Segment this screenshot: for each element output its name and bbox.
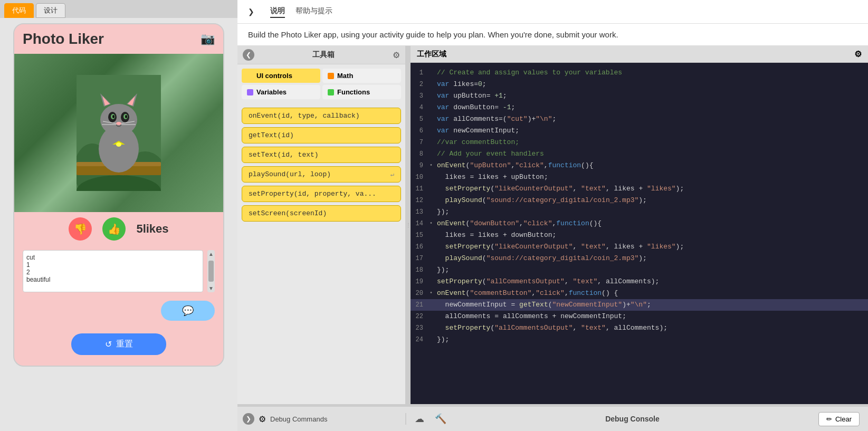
resize-handle[interactable]: ⋮ <box>406 46 411 404</box>
code-line-5: 5 var allComments=("cut")+"\n"; <box>411 113 868 125</box>
category-functions-label: Functions <box>337 88 370 96</box>
debug-console-label: Debug Console <box>605 415 660 423</box>
scroll-thumb[interactable] <box>208 261 214 282</box>
clear-button[interactable]: ✏ Clear <box>818 412 860 426</box>
comment-line: 2 <box>26 269 199 276</box>
tab-bar: 代码 设计 <box>0 0 237 18</box>
category-math[interactable]: Math <box>322 69 401 83</box>
toolbox-title: 工具箱 <box>312 50 335 60</box>
svg-point-16 <box>112 115 115 118</box>
clear-icon: ✏ <box>826 415 832 423</box>
code-line-17: 17 playSound("sound://category_digital/c… <box>411 253 868 264</box>
phone-image <box>14 54 223 212</box>
code-line-9: 9 • onEvent("upButton","click",function(… <box>411 160 868 171</box>
block-settext[interactable]: setText(id, text) <box>242 147 401 163</box>
code-line-13: 13 }); <box>411 206 868 218</box>
comment-line: 1 <box>26 261 199 269</box>
reset-area: ↺ 重置 <box>14 325 223 366</box>
code-line-16: 16 setProperty("likeCounterOutput", "tex… <box>411 241 868 253</box>
instruction-text: Build the Photo Liker app, using your ac… <box>237 24 868 46</box>
toolbox-nav: ❮ <box>243 49 254 61</box>
block-setproperty[interactable]: setProperty(id, property, va... <box>242 186 401 202</box>
code-editor[interactable]: 1 // Create and assign values to your va… <box>411 63 868 404</box>
category-functions[interactable]: Functions <box>322 85 401 99</box>
code-line-6: 6 var newCommentInput; <box>411 125 868 137</box>
comments-scrollbar[interactable]: ▲ ▼ <box>207 250 215 292</box>
comments-area: cut 1 2 beautiful ▲ ▼ <box>14 246 223 296</box>
right-panel: ❯ 说明 帮助与提示 Build the Photo Liker app, us… <box>237 0 868 431</box>
toolbox-categories: UI controls Math Variables Functions <box>237 64 405 103</box>
code-line-10: 10 likes = likes + upButton; <box>411 171 868 183</box>
toolbox-gear-icon[interactable]: ⚙ <box>393 50 400 60</box>
code-line-3: 3 var upButton= +1; <box>411 90 868 102</box>
variables-color-dot <box>247 89 253 95</box>
comment-submit-button[interactable]: 💬 <box>161 301 215 321</box>
like-button[interactable]: 👍 <box>102 217 126 241</box>
tab-design[interactable]: 设计 <box>36 3 65 18</box>
middle-area: ❮ 工具箱 ⚙ UI controls Math Variables <box>237 46 868 406</box>
comment-line: beautiful <box>26 276 199 283</box>
debug-console-icons: ☁ 🔨 <box>415 413 446 425</box>
debug-commands-label: Debug Commands <box>270 415 327 423</box>
left-panel: 代码 设计 Photo Liker 📷 <box>0 0 237 431</box>
return-icon: ↵ <box>390 170 394 178</box>
comment-line: cut <box>26 254 199 261</box>
debug-nav-button[interactable]: ❯ <box>243 413 254 425</box>
block-onevent[interactable]: onEvent(id, type, callback) <box>242 108 401 124</box>
instruction-nav-icon[interactable]: ❯ <box>248 7 254 16</box>
code-line-2: 2 var likes=0; <box>411 79 868 90</box>
debug-cloud-icon[interactable]: ☁ <box>415 413 424 425</box>
instruction-tabs: 说明 帮助与提示 <box>270 5 332 18</box>
phone-wrapper: Photo Liker 📷 <box>0 18 237 431</box>
phone-header: Photo Liker 📷 <box>14 24 223 54</box>
workspace-settings-icon[interactable]: ⚙ <box>854 49 862 59</box>
math-color-dot <box>328 73 334 79</box>
category-math-label: Math <box>337 72 353 80</box>
reset-label: 重置 <box>116 339 133 350</box>
svg-point-7 <box>100 104 137 136</box>
code-line-24: 24 }); <box>411 334 868 346</box>
clear-label: Clear <box>835 415 852 423</box>
block-setscreen[interactable]: setScreen(screenId) <box>242 205 401 222</box>
scroll-down-arrow[interactable]: ▼ <box>208 285 214 291</box>
functions-color-dot <box>328 89 334 95</box>
comments-list: cut 1 2 beautiful <box>23 250 203 292</box>
toolbox-header: ❮ 工具箱 ⚙ <box>237 46 405 64</box>
instruction-bar: ❯ 说明 帮助与提示 <box>237 0 868 24</box>
debug-hammer-icon[interactable]: 🔨 <box>435 413 446 425</box>
cat-image <box>77 75 161 191</box>
debug-right: ☁ 🔨 Debug Console ✏ Clear <box>406 412 868 426</box>
tab-code[interactable]: 代码 <box>4 3 34 18</box>
toolbox-blocks: onEvent(id, type, callback) getText(id) … <box>237 103 405 226</box>
toolbox-back-button[interactable]: ❮ <box>243 49 254 61</box>
camera-icon: 📷 <box>201 32 215 46</box>
code-line-15: 15 likes = likes + downButton; <box>411 229 868 241</box>
code-line-23: 23 setProperty("allCommentsOutput", "tex… <box>411 322 868 334</box>
code-line-22: 22 allComments = allComments + newCommen… <box>411 311 868 322</box>
phone-frame: Photo Liker 📷 <box>13 23 224 367</box>
block-gettext[interactable]: getText(id) <box>242 127 401 143</box>
code-line-7: 7 //var commentButton; <box>411 137 868 148</box>
reset-icon: ↺ <box>105 339 112 349</box>
category-ui-label: UI controls <box>256 72 292 80</box>
code-line-14: 14 • onEvent("downButton","click",functi… <box>411 218 868 229</box>
comment-icon: 💬 <box>182 305 194 316</box>
bottom-bar: ❯ ⚙ Debug Commands ☁ 🔨 Debug Console ✏ C… <box>237 406 868 431</box>
phone-title: Photo Liker <box>23 31 104 47</box>
category-ui-controls[interactable]: UI controls <box>242 69 320 83</box>
tab-instructions[interactable]: 说明 <box>270 5 285 18</box>
like-bar: 👎 👍 5likes <box>14 212 223 246</box>
reset-button[interactable]: ↺ 重置 <box>71 333 166 355</box>
debug-settings-icon: ⚙ <box>259 414 266 424</box>
category-variables[interactable]: Variables <box>242 85 320 99</box>
code-line-18: 18 }); <box>411 264 868 276</box>
svg-point-25 <box>116 142 121 147</box>
block-playsound[interactable]: playSound(url, loop) ↵ <box>242 166 401 183</box>
scroll-up-arrow[interactable]: ▲ <box>208 251 214 257</box>
dislike-button[interactable]: 👎 <box>69 217 92 241</box>
code-line-12: 12 playSound("sound://category_digital/c… <box>411 195 868 206</box>
tab-hints[interactable]: 帮助与提示 <box>295 5 332 18</box>
code-line-19: 19 setProperty("allCommentsOutput", "tex… <box>411 276 868 288</box>
code-line-20: 20 • onEvent("commentButton","click",fun… <box>411 288 868 299</box>
code-line-1: 1 // Create and assign values to your va… <box>411 67 868 79</box>
